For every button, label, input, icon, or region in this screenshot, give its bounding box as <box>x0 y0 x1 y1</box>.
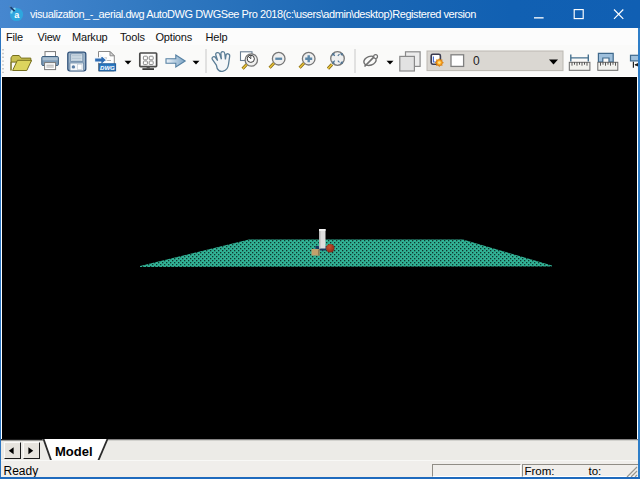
svg-text:0: 0 <box>473 54 480 68</box>
svg-text:DWG: DWG <box>100 65 115 71</box>
svg-text:Model: Model <box>55 444 93 459</box>
